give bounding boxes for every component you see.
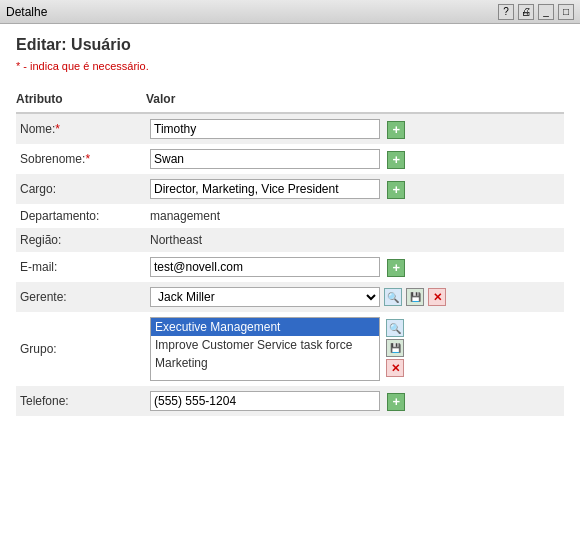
close-button[interactable]: □ [558,4,574,20]
email-add-button[interactable]: + [387,259,405,277]
list-item[interactable]: Marketing [151,354,379,372]
sobrenome-label: Sobrenome:* [16,144,146,174]
grupo-value-cell: Executive Management Improve Customer Se… [146,312,564,386]
gerente-container: Jack Miller 🔍 💾 ✕ [150,287,446,307]
telefone-add-button[interactable]: + [387,393,405,411]
telefone-input[interactable] [150,391,380,411]
required-note: * - indica que é necessário. [16,60,564,72]
email-value-cell: + [146,252,564,282]
gerente-save-button[interactable]: 💾 [406,288,424,306]
table-row: Nome:* + [16,113,564,144]
telefone-label: Telefone: [16,386,146,416]
cargo-add-button[interactable]: + [387,181,405,199]
table-row: Departamento: management [16,204,564,228]
nome-label: Nome:* [16,113,146,144]
sobrenome-add-button[interactable]: + [387,151,405,169]
table-row: Grupo: Executive Management Improve Cust… [16,312,564,386]
grupo-save-button[interactable]: 💾 [386,339,404,357]
search-icon: 🔍 [389,323,401,334]
window-title: Detalhe [6,5,47,19]
main-content: Editar: Usuário * - indica que é necessá… [0,24,580,428]
grupo-delete-button[interactable]: ✕ [386,359,404,377]
email-label: E-mail: [16,252,146,282]
grupo-label: Grupo: [16,312,146,386]
gerente-search-button[interactable]: 🔍 [384,288,402,306]
gerente-delete-button[interactable]: ✕ [428,288,446,306]
table-row: Sobrenome:* + [16,144,564,174]
table-row: Gerente: Jack Miller 🔍 💾 ✕ [16,282,564,312]
list-item[interactable]: Executive Management [151,318,379,336]
grupo-listbox[interactable]: Executive Management Improve Customer Se… [150,317,380,381]
cargo-value-cell: + [146,174,564,204]
sobrenome-input[interactable] [150,149,380,169]
regiao-value: Northeast [150,233,202,247]
grupo-container: Executive Management Improve Customer Se… [150,317,404,381]
save-icon: 💾 [390,343,401,353]
column-header-value: Valor [146,88,564,113]
required-star: * [55,122,60,136]
cargo-label: Cargo: [16,174,146,204]
table-row: Região: Northeast [16,228,564,252]
regiao-value-cell: Northeast [146,228,564,252]
sobrenome-value-cell: + [146,144,564,174]
gerente-select[interactable]: Jack Miller [150,287,380,307]
gerente-value-cell: Jack Miller 🔍 💾 ✕ [146,282,564,312]
departamento-label: Departamento: [16,204,146,228]
email-input[interactable] [150,257,380,277]
delete-icon: ✕ [433,291,442,304]
nome-value-cell: + [146,113,564,144]
table-row: E-mail: + [16,252,564,282]
departamento-value-cell: management [146,204,564,228]
list-item[interactable]: Improve Customer Service task force [151,336,379,354]
grupo-actions: 🔍 💾 ✕ [384,319,404,377]
form-table: Atributo Valor Nome:* + Sobrenome:* [16,88,564,416]
delete-icon: ✕ [391,362,400,375]
print-button[interactable]: 🖨 [518,4,534,20]
regiao-label: Região: [16,228,146,252]
telefone-value-cell: + [146,386,564,416]
departamento-value: management [150,209,220,223]
column-header-attribute: Atributo [16,88,146,113]
save-icon: 💾 [410,292,421,302]
minimize-button[interactable]: _ [538,4,554,20]
nome-input[interactable] [150,119,380,139]
title-bar: Detalhe ? 🖨 _ □ [0,0,580,24]
cargo-input[interactable] [150,179,380,199]
window-controls: ? 🖨 _ □ [498,4,574,20]
table-row: Telefone: + [16,386,564,416]
gerente-label: Gerente: [16,282,146,312]
table-row: Cargo: + [16,174,564,204]
required-star: * [85,152,90,166]
page-title: Editar: Usuário [16,36,564,54]
help-button[interactable]: ? [498,4,514,20]
nome-add-button[interactable]: + [387,121,405,139]
grupo-search-button[interactable]: 🔍 [386,319,404,337]
search-icon: 🔍 [387,292,399,303]
